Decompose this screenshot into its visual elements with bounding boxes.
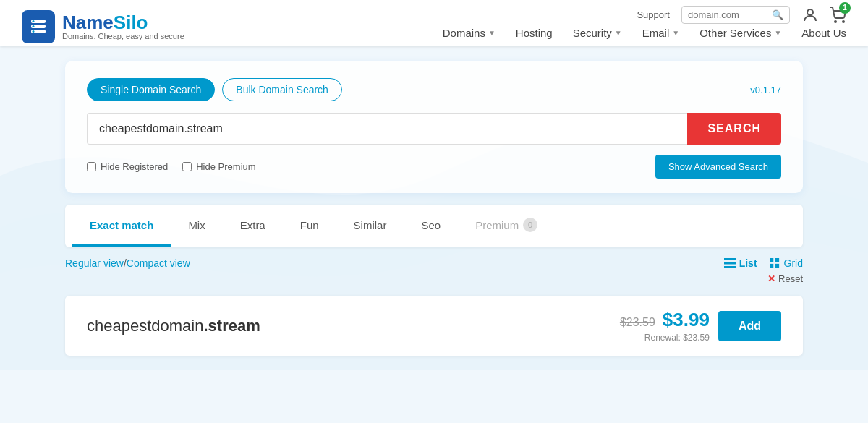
logo-name1: Name xyxy=(62,12,114,33)
domain-result-card: cheapestdomain.stream $23.59 $3.99 Renew… xyxy=(65,296,803,356)
header-search-icon: 🔍 xyxy=(772,9,783,20)
svg-rect-14 xyxy=(770,264,773,268)
header-icon-group: 1 xyxy=(801,7,846,24)
tab-fun[interactable]: Fun xyxy=(283,206,336,247)
tab-single-domain[interactable]: Single Domain Search xyxy=(87,78,215,101)
domain-tld-part: .stream xyxy=(203,317,260,335)
search-tabs: Single Domain Search Bulk Domain Search … xyxy=(87,78,781,101)
svg-rect-12 xyxy=(770,258,773,262)
header-search-bar: 🔍 xyxy=(681,6,790,24)
search-input-row: SEARCH xyxy=(87,113,781,145)
logo-tagline: Domains. Cheap, easy and secure xyxy=(62,32,184,40)
tab-bulk-domain[interactable]: Bulk Domain Search xyxy=(222,78,342,101)
domain-search-input[interactable] xyxy=(87,113,687,145)
hide-premium-label[interactable]: Hide Premium xyxy=(182,161,255,172)
main-content: Single Domain Search Bulk Domain Search … xyxy=(0,46,868,370)
result-tabs-bar: Exact match Mix Extra Fun Similar Seo Pr… xyxy=(65,205,803,247)
compact-view-link[interactable]: Compact view xyxy=(127,257,190,269)
nav-domains[interactable]: Domains ▼ xyxy=(443,27,495,39)
nav-hosting[interactable]: Hosting xyxy=(516,27,553,39)
price-column: $23.59 $3.99 Renewal: $23.59 xyxy=(620,309,710,343)
list-view-button[interactable]: List xyxy=(724,257,757,269)
advanced-search-button[interactable]: Show Advanced Search xyxy=(655,155,781,179)
premium-count-badge: 0 xyxy=(523,218,537,232)
nav-security[interactable]: Security ▼ xyxy=(573,27,622,39)
view-right-controls: List Grid ✕ Reset xyxy=(724,257,803,284)
tab-exact-match[interactable]: Exact match xyxy=(72,206,171,247)
nav-hosting-label: Hosting xyxy=(516,27,553,39)
svg-point-3 xyxy=(33,20,35,22)
search-options-row: Hide Registered Hide Premium Show Advanc… xyxy=(87,155,781,179)
domain-price-area: $23.59 $3.99 Renewal: $23.59 Add xyxy=(620,309,781,343)
cart-button[interactable]: 1 xyxy=(829,7,846,24)
nav-email-label: Email xyxy=(642,27,670,39)
svg-rect-9 xyxy=(724,258,736,260)
reset-button[interactable]: ✕ Reset xyxy=(767,273,803,284)
nav-security-label: Security xyxy=(573,27,612,39)
add-to-cart-button[interactable]: Add xyxy=(718,311,781,341)
chevron-down-icon: ▼ xyxy=(774,29,781,37)
results-area: Regular view/Compact view List xyxy=(65,247,803,356)
svg-rect-10 xyxy=(724,262,736,265)
svg-point-4 xyxy=(33,25,35,27)
chevron-down-icon: ▼ xyxy=(488,29,495,37)
tab-premium[interactable]: Premium 0 xyxy=(458,205,555,247)
user-account-button[interactable] xyxy=(801,7,819,24)
chevron-down-icon: ▼ xyxy=(615,29,622,37)
nav-other-services[interactable]: Other Services ▼ xyxy=(699,27,781,39)
filter-checkboxes: Hide Registered Hide Premium xyxy=(87,161,256,172)
tab-similar[interactable]: Similar xyxy=(336,206,404,247)
svg-point-7 xyxy=(835,21,836,22)
grid-view-button[interactable]: Grid xyxy=(769,257,803,269)
tab-seo[interactable]: Seo xyxy=(404,206,458,247)
hide-premium-checkbox[interactable] xyxy=(182,162,192,171)
nav-email[interactable]: Email ▼ xyxy=(642,27,679,39)
site-header: NameSilo Domains. Cheap, easy and secure… xyxy=(0,0,868,46)
svg-rect-15 xyxy=(775,264,778,268)
list-grid-toggle: List Grid xyxy=(724,257,803,269)
x-icon: ✕ xyxy=(767,273,775,284)
cart-badge: 1 xyxy=(839,2,851,14)
nav-about-us-label: About Us xyxy=(801,27,846,39)
nav-about-us[interactable]: About Us xyxy=(801,27,846,39)
domain-name-display: cheapestdomain.stream xyxy=(87,317,260,336)
logo-name2: Silo xyxy=(114,12,148,33)
support-link[interactable]: Support xyxy=(637,9,670,20)
old-price: $23.59 xyxy=(620,316,655,329)
regular-view-link[interactable]: Regular view xyxy=(65,257,124,269)
svg-rect-11 xyxy=(724,266,736,268)
new-price: $3.99 xyxy=(663,309,710,331)
chevron-down-icon: ▼ xyxy=(672,29,679,37)
search-tab-group: Single Domain Search Bulk Domain Search xyxy=(87,78,342,101)
renewal-price-label: Renewal: $23.59 xyxy=(644,333,710,343)
hide-registered-label[interactable]: Hide Registered xyxy=(87,161,168,172)
svg-point-6 xyxy=(807,9,813,15)
logo-icon xyxy=(22,10,55,43)
nav-other-services-label: Other Services xyxy=(699,27,771,39)
hide-registered-checkbox[interactable] xyxy=(87,162,96,171)
tab-mix[interactable]: Mix xyxy=(171,206,222,247)
search-button[interactable]: SEARCH xyxy=(687,113,781,145)
tab-extra[interactable]: Extra xyxy=(223,206,283,247)
svg-point-5 xyxy=(33,30,35,33)
version-label: v0.1.17 xyxy=(750,85,781,95)
logo-text: NameSilo Domains. Cheap, easy and secure xyxy=(62,13,184,40)
nav-domains-label: Domains xyxy=(443,27,485,39)
search-card: Single Domain Search Bulk Domain Search … xyxy=(65,61,803,193)
view-controls: Regular view/Compact view List xyxy=(65,257,803,284)
view-toggle-links: Regular view/Compact view xyxy=(65,257,190,269)
header-search-input[interactable] xyxy=(688,9,767,20)
site-logo[interactable]: NameSilo Domains. Cheap, easy and secure xyxy=(22,10,184,43)
svg-rect-13 xyxy=(775,258,778,262)
svg-point-8 xyxy=(843,21,844,22)
domain-name-part: cheapestdomain xyxy=(87,317,203,335)
